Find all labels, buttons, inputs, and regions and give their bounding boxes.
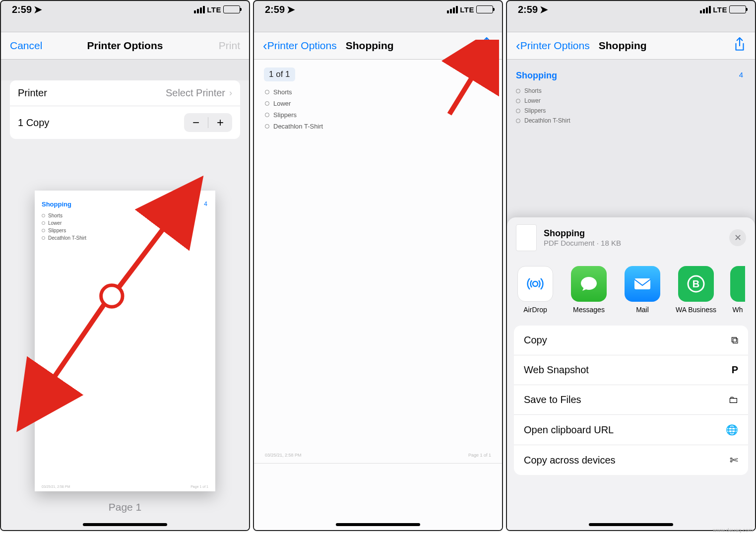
copy-icon: ⧉ bbox=[731, 334, 738, 346]
share-button[interactable] bbox=[733, 37, 746, 55]
network-label: LTE bbox=[460, 5, 474, 14]
nav-bar: ‹ Printer Options Shopping bbox=[507, 32, 755, 60]
bullet-icon bbox=[265, 113, 269, 117]
preview-item: Shorts bbox=[48, 213, 63, 218]
share-button[interactable] bbox=[480, 37, 493, 55]
screenshot-1: 2:59 ➤ LTE Cancel Printer Options Print … bbox=[0, 0, 250, 531]
share-app-wa-business[interactable]: B WA Business bbox=[677, 266, 715, 314]
share-icon bbox=[480, 37, 493, 52]
share-actions-card: Copy ⧉ Web Snapshot P Save to Files 🗀 Op… bbox=[514, 326, 748, 475]
home-indicator[interactable] bbox=[589, 523, 673, 526]
content-area: Shopping 4 Shorts Lower Slippers Decathl… bbox=[507, 60, 755, 531]
bullet-icon bbox=[516, 99, 520, 103]
share-sheet: Shopping PDF Document · 18 KB ✕ AirDrop bbox=[507, 217, 755, 531]
chevron-back-icon: ‹ bbox=[263, 38, 267, 54]
svg-point-4 bbox=[533, 281, 538, 286]
list-item: Decathlon T-Shirt bbox=[273, 123, 323, 130]
preview-footer-page: Page 1 of 1 bbox=[190, 485, 208, 488]
list-item: Decathlon T-Shirt bbox=[524, 117, 570, 124]
printer-row[interactable]: Printer Select Printer › bbox=[10, 80, 240, 106]
stepper-minus-button[interactable]: − bbox=[184, 113, 208, 132]
share-app-whatsapp[interactable]: Wh bbox=[730, 266, 745, 314]
list-item: Slippers bbox=[273, 111, 297, 119]
action-label: Save to Files bbox=[524, 394, 581, 405]
share-icon bbox=[733, 37, 746, 52]
home-indicator[interactable] bbox=[83, 523, 167, 526]
location-icon: ➤ bbox=[34, 3, 42, 15]
back-button[interactable]: ‹ Printer Options bbox=[516, 38, 590, 54]
share-apps-row[interactable]: AirDrop Messages Mail B bbox=[507, 259, 755, 318]
network-label: LTE bbox=[207, 5, 221, 14]
back-button[interactable]: ‹ Printer Options bbox=[263, 38, 337, 54]
close-icon: ✕ bbox=[734, 232, 742, 243]
svg-text:B: B bbox=[693, 278, 699, 289]
app-label: WA Business bbox=[676, 306, 716, 314]
list-title: Shopping bbox=[516, 70, 557, 80]
status-bar: 2:59 ➤ LTE bbox=[507, 1, 755, 18]
pdf-page-view[interactable]: 1 of 1 4 Shorts Lower Slippers Decathlon… bbox=[254, 60, 502, 531]
battery-icon bbox=[223, 5, 240, 13]
options-card: Printer Select Printer › 1 Copy − + bbox=[10, 80, 240, 139]
screenshot-3: 2:59 ➤ LTE ‹ Printer Options Shopping Sh… bbox=[506, 0, 756, 531]
bullet-icon bbox=[516, 109, 520, 113]
stepper-plus-button[interactable]: + bbox=[208, 113, 232, 132]
action-open-clipboard-url[interactable]: Open clipboard URL 🌐 bbox=[514, 414, 748, 445]
battery-icon bbox=[476, 5, 493, 13]
location-icon: ➤ bbox=[287, 3, 295, 15]
action-copy[interactable]: Copy ⧉ bbox=[514, 326, 748, 355]
mail-icon bbox=[625, 266, 660, 302]
bullet-icon bbox=[265, 90, 269, 94]
copies-row: 1 Copy − + bbox=[10, 106, 240, 139]
share-app-mail[interactable]: Mail bbox=[623, 266, 662, 314]
cellular-signal-icon bbox=[700, 6, 711, 13]
share-app-messages[interactable]: Messages bbox=[569, 266, 608, 314]
svg-rect-5 bbox=[634, 278, 650, 289]
nav-bar: Cancel Printer Options Print bbox=[1, 32, 249, 60]
action-web-snapshot[interactable]: Web Snapshot P bbox=[514, 355, 748, 385]
content-area: Printer Select Printer › 1 Copy − + Shop… bbox=[1, 80, 249, 531]
status-time: 2:59 bbox=[518, 4, 538, 15]
action-save-to-files[interactable]: Save to Files 🗀 bbox=[514, 385, 748, 414]
action-label: Open clipboard URL bbox=[524, 424, 614, 436]
printer-value: Select Printer bbox=[166, 87, 225, 99]
print-button[interactable]: Print bbox=[219, 40, 240, 52]
action-copy-across-devices[interactable]: Copy across devices ✄ bbox=[514, 445, 748, 475]
action-label: Copy across devices bbox=[524, 455, 616, 466]
list-item: Lower bbox=[524, 97, 541, 104]
share-app-airdrop[interactable]: AirDrop bbox=[516, 266, 555, 314]
page-number-label: Page 1 bbox=[35, 501, 215, 513]
share-sheet-header: Shopping PDF Document · 18 KB ✕ bbox=[507, 224, 755, 259]
bullet-icon bbox=[42, 221, 45, 225]
reminder-list: Shorts Lower Slippers Decathlon T-Shirt bbox=[516, 86, 746, 126]
close-share-button[interactable]: ✕ bbox=[729, 229, 746, 246]
list-item: Lower bbox=[273, 100, 291, 107]
nav-title: Shopping bbox=[346, 40, 394, 52]
preview-footer-date: 03/25/21, 2:58 PM bbox=[42, 485, 70, 488]
chevron-right-icon: › bbox=[229, 88, 232, 98]
app-label: Messages bbox=[573, 306, 605, 314]
preview-item: Slippers bbox=[48, 228, 66, 233]
copies-stepper: − + bbox=[184, 113, 232, 132]
network-label: LTE bbox=[713, 5, 727, 14]
app-label: AirDrop bbox=[523, 306, 547, 314]
print-preview-page[interactable]: Shopping 4 Shorts Lower Slippers Decathl… bbox=[35, 191, 215, 491]
messages-icon bbox=[571, 266, 607, 302]
status-time: 2:59 bbox=[12, 4, 32, 15]
page-footer-page: Page 1 of 1 bbox=[468, 453, 491, 458]
nav-title: Shopping bbox=[599, 40, 647, 52]
bullet-icon bbox=[265, 124, 269, 129]
cancel-button[interactable]: Cancel bbox=[10, 40, 42, 52]
preview-item-count: 4 bbox=[204, 201, 207, 207]
airdrop-icon bbox=[517, 266, 553, 302]
home-indicator[interactable] bbox=[336, 523, 420, 526]
snapshot-icon: P bbox=[732, 364, 738, 376]
list-item: Shorts bbox=[273, 88, 292, 96]
nav-bar: ‹ Printer Options Shopping bbox=[254, 32, 502, 60]
whatsapp-business-icon: B bbox=[678, 266, 714, 302]
list-item: Shorts bbox=[524, 87, 542, 94]
reminder-list: Shorts Lower Slippers Decathlon T-Shirt bbox=[265, 86, 496, 132]
back-label: Printer Options bbox=[267, 40, 337, 52]
preview-list-title: Shopping bbox=[42, 201, 208, 208]
bullet-icon bbox=[42, 236, 45, 240]
share-doc-meta: PDF Document · 18 KB bbox=[544, 239, 621, 247]
